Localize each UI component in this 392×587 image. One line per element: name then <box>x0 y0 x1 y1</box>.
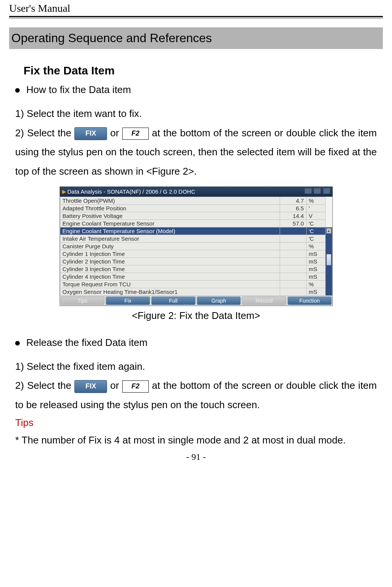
table-row[interactable]: Throttle Open(PWM)4.7% <box>60 197 332 204</box>
step2r-text-a: 2) Select the <box>15 380 74 391</box>
title-arrow-icon: ▶ <box>62 187 66 197</box>
step2-or: or <box>110 127 122 139</box>
cell-name: Intake Air Temperature Sensor <box>60 235 280 242</box>
table-row[interactable]: Battery Positive Voltage14.4V <box>60 212 332 219</box>
device-screenshot: ▶ Data Analysis - SONATA(NF) / 2006 / G … <box>60 186 333 306</box>
cell-name: Throttle Open(PWM) <box>60 197 280 204</box>
cell-unit: 'C <box>306 219 325 227</box>
cell-unit: % <box>306 242 325 250</box>
cell-value: 4.7 <box>280 197 306 204</box>
cell-name: Oxygen Sensor Heating Time-Bank1/Sensor1 <box>60 288 280 295</box>
cell-unit: V <box>306 212 325 219</box>
bullet-text: Release the fixed Data item <box>26 337 147 348</box>
running-header: User's Manual <box>9 0 383 15</box>
titlebar-icon-1[interactable] <box>305 188 312 194</box>
toolbar-function[interactable]: Function <box>288 297 332 305</box>
page-title-banner: Operating Sequence and References <box>9 27 383 49</box>
titlebar-icons <box>304 187 330 197</box>
f2-key[interactable]: F2 <box>122 128 149 140</box>
cell-unit: % <box>306 197 325 204</box>
cell-value: 57.0 <box>280 219 306 227</box>
toolbar-full[interactable]: Full <box>151 297 195 305</box>
cell-value <box>280 227 306 235</box>
table-row[interactable]: Torque Request From TCU% <box>60 280 332 288</box>
toolbar-graph[interactable]: Graph <box>197 297 241 305</box>
cell-name: Canister Purge Duty <box>60 242 280 250</box>
scroll-up-icon[interactable]: ▲ <box>326 228 331 234</box>
table-row[interactable]: Cylinder 1 Injection TimemS <box>60 250 332 257</box>
cell-unit: ' <box>306 204 325 212</box>
step-1-fix: 1) Select the item want to fix. <box>15 104 377 123</box>
cell-name: Engine Coolant Temperature Sensor <box>60 219 280 227</box>
cell-unit: 'C <box>306 227 325 235</box>
cell-unit: mS <box>306 257 325 265</box>
table-row[interactable]: Intake Air Temperature Sensor'C <box>60 235 332 242</box>
bullet-icon <box>15 88 20 93</box>
table-row[interactable]: Cylinder 2 Injection TimemS <box>60 257 332 265</box>
device-title-text: Data Analysis - SONATA(NF) / 2006 / G 2.… <box>68 187 304 197</box>
table-row[interactable]: Engine Coolant Temperature Sensor57.0'C <box>60 219 332 227</box>
table-row[interactable]: Engine Coolant Temperature Sensor (Model… <box>60 227 332 235</box>
cell-value <box>280 250 306 257</box>
toolbar-record[interactable]: Record <box>242 297 286 305</box>
scroll-thumb[interactable] <box>326 254 331 265</box>
cell-unit: % <box>306 280 325 288</box>
step-2-fix: 2) Select the FIX or F2 at the bottom of… <box>15 123 377 181</box>
section-heading-fix: Fix the Data Item <box>24 64 383 77</box>
fix-button[interactable]: FIX <box>74 380 107 393</box>
f2-key[interactable]: F2 <box>122 380 149 393</box>
cell-name: Cylinder 1 Injection Time <box>60 250 280 257</box>
step-1-release: 1) Select the fixed item again. <box>15 357 377 376</box>
cell-name: Battery Positive Voltage <box>60 212 280 219</box>
table-row[interactable]: Oxygen Sensor Heating Time-Bank1/Sensor1… <box>60 288 332 295</box>
titlebar-icon-3[interactable] <box>323 188 330 194</box>
bullet-how-to-fix: How to fix the Data item <box>15 84 383 96</box>
figure-2-caption: <Figure 2: Fix the Data Item> <box>9 310 383 322</box>
figure-2-container: ▶ Data Analysis - SONATA(NF) / 2006 / G … <box>9 186 383 306</box>
cell-name: Cylinder 3 Injection Time <box>60 265 280 273</box>
table-row[interactable]: Adapted Throttle Position6.5' <box>60 204 332 212</box>
bullet-release: Release the fixed Data item <box>15 337 383 349</box>
data-grid: Throttle Open(PWM)4.7%Adapted Throttle P… <box>60 197 332 296</box>
device-toolbar: Tips Fix Full Graph Record Function <box>60 296 332 306</box>
scrollbar[interactable]: ▲ <box>325 227 332 295</box>
cell-value <box>280 265 306 273</box>
cell-value <box>280 273 306 280</box>
cell-value: 14.4 <box>280 212 306 219</box>
cell-unit: mS <box>306 273 325 280</box>
cell-name: Adapted Throttle Position <box>60 204 280 212</box>
cell-value <box>280 235 306 242</box>
step2r-or: or <box>110 380 122 391</box>
cell-value <box>280 257 306 265</box>
cell-name: Cylinder 2 Injection Time <box>60 257 280 265</box>
cell-name: Engine Coolant Temperature Sensor (Model… <box>60 227 280 235</box>
step2-text-a: 2) Select the <box>15 127 74 139</box>
cell-unit: mS <box>306 265 325 273</box>
cell-unit: mS <box>306 288 325 295</box>
bullet-text: How to fix the Data item <box>26 84 131 95</box>
tips-body: * The number of Fix is 4 at most in sing… <box>15 431 377 450</box>
bullet-icon <box>15 341 20 346</box>
page-number: - 91 - <box>9 452 383 462</box>
toolbar-fix[interactable]: Fix <box>106 297 150 305</box>
tips-label: Tips <box>15 417 383 429</box>
fix-button[interactable]: FIX <box>74 127 107 140</box>
device-titlebar: ▶ Data Analysis - SONATA(NF) / 2006 / G … <box>60 187 332 197</box>
header-rule <box>9 16 383 18</box>
cell-name: Torque Request From TCU <box>60 280 280 288</box>
cell-name: Cylinder 4 Injection Time <box>60 273 280 280</box>
titlebar-icon-2[interactable] <box>314 188 321 194</box>
cell-value: 6.5 <box>280 204 306 212</box>
toolbar-tips[interactable]: Tips <box>61 297 105 305</box>
table-row[interactable]: Cylinder 4 Injection TimemS <box>60 273 332 280</box>
step-2-release: 2) Select the FIX or F2 at the bottom of… <box>15 376 377 414</box>
cell-value <box>280 242 306 250</box>
cell-value <box>280 288 306 295</box>
cell-unit: 'C <box>306 235 325 242</box>
cell-value <box>280 280 306 288</box>
cell-unit: mS <box>306 250 325 257</box>
table-row[interactable]: Canister Purge Duty% <box>60 242 332 250</box>
table-row[interactable]: Cylinder 3 Injection TimemS <box>60 265 332 273</box>
